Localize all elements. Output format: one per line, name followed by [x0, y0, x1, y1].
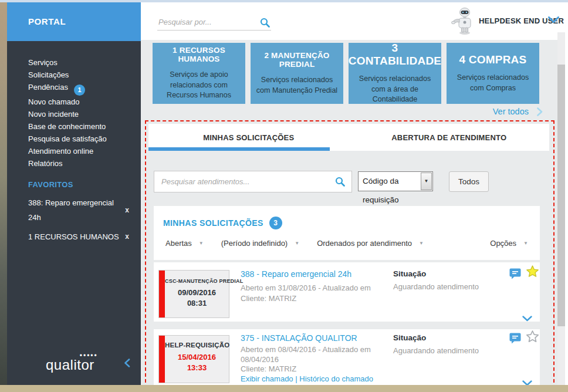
see-all-link[interactable]: Ver todos: [493, 107, 543, 116]
ticket-time: 08:31: [165, 299, 229, 307]
global-search-field: [157, 15, 271, 31]
sidebar-footer: qualitor: [7, 352, 141, 373]
favorite-label[interactable]: 1 RECURSOS HUMANOS: [28, 229, 119, 244]
global-search-input[interactable]: [157, 15, 253, 28]
ticket-history-link[interactable]: Histórico do chamado: [299, 374, 373, 383]
status-label: Situação: [393, 333, 426, 342]
todos-button[interactable]: Todos: [449, 171, 489, 192]
sidebar-item-solicitacoes[interactable]: Solicitações: [7, 69, 141, 81]
ticket-meta-client: Cliente: MATRIZ: [241, 293, 371, 304]
list-title: MINHAS SOLICITAÇÕES: [163, 218, 263, 228]
category-card-compras[interactable]: 4 COMPRAS Serviços relacionados com Comp…: [447, 43, 539, 104]
ticket-queue: HELP-REQUISIÇÃO: [165, 342, 229, 349]
sidebar: PORTAL Serviços Solicitações Pendências1…: [7, 2, 141, 385]
category-card-recursos-humanos[interactable]: 1 RECURSOS HUMANOS Serviços de apoio rel…: [153, 43, 245, 104]
sidebar-menu: Serviços Solicitações Pendências1 Novo c…: [7, 56, 141, 170]
comments-icon[interactable]: [509, 333, 521, 346]
category-title: 4 COMPRAS: [459, 53, 527, 66]
remove-favorite-icon[interactable]: x: [125, 203, 129, 218]
status-value: Aguardando atendimento: [393, 346, 479, 355]
solicitations-tab-bar: MINHAS SOLICITAÇÕES ABERTURA DE ATENDIME…: [148, 124, 549, 151]
filter-status[interactable]: Abertas: [165, 239, 192, 248]
chevron-down-icon[interactable]: ▼: [419, 241, 424, 246]
ticket-meta-updated: 08/04/2016: [241, 355, 373, 365]
sidebar-item-label: Pendências: [28, 83, 68, 92]
user-avatar-robot[interactable]: [451, 7, 475, 39]
sidebar-item-servicos[interactable]: Serviços: [7, 56, 141, 69]
sidebar-item-label: Atendimento online: [28, 147, 93, 156]
see-all-label: Ver todos: [493, 107, 529, 116]
search-icon[interactable]: [260, 18, 270, 30]
show-ticket-link[interactable]: Exibir chamado: [241, 374, 293, 383]
category-card-contabilidade[interactable]: 3 CONTABILIDADE Serviços relacionados co…: [349, 43, 441, 104]
attendance-filter-row: Código da requisição ▼ Todos: [154, 171, 540, 193]
sidebar-item-novo-incidente[interactable]: Novo incidente: [7, 108, 141, 120]
expand-ticket-chevron-icon[interactable]: [522, 313, 532, 324]
tab-abertura-de-atendimento[interactable]: ABERTURA DE ATENDIMENTO: [349, 124, 550, 151]
collapse-sidebar-icon[interactable]: [124, 359, 130, 370]
chevron-down-icon[interactable]: ▼: [523, 241, 528, 246]
browser-top-edge: [0, 0, 568, 2]
ticket-row-375: HELP-REQUISIÇÃO 15/04/2016 13:33 375 - I…: [154, 329, 540, 386]
tab-label: ABERTURA DE ATENDIMENTO: [391, 133, 506, 142]
category-description: Serviços relacionados com Manutenção Pre…: [253, 75, 340, 96]
sidebar-item-label: Base de conhecimento: [28, 122, 106, 131]
favorite-item-recursos-humanos[interactable]: 1 RECURSOS HUMANOS x: [7, 229, 141, 244]
ticket-meta-client: Cliente: MATRIZ: [241, 364, 373, 374]
filter-period[interactable]: (Período indefinido): [221, 239, 288, 248]
select-value: Código da requisição: [363, 177, 399, 204]
status-label: Situação: [393, 269, 426, 278]
top-bar: HELPDESK END USER: [141, 2, 568, 40]
category-title: 3 CONTABILIDADE: [349, 42, 441, 67]
sidebar-item-label: Serviços: [28, 58, 58, 67]
ticket-date-box: HELP-REQUISIÇÃO 15/04/2016 13:33: [158, 335, 229, 383]
ticket-date: 09/09/2016: [165, 288, 229, 297]
ticket-title-link[interactable]: 375 - INSTALAÇÃO QUALITOR: [241, 333, 357, 343]
priority-bar: [159, 336, 165, 383]
attendance-search-input[interactable]: [154, 171, 327, 192]
ticket-meta-opened: Aberto em 08/04/2016 - Atualizado em: [241, 345, 373, 355]
requisition-code-select[interactable]: Código da requisição ▼: [358, 171, 433, 191]
sidebar-item-relatorios[interactable]: Relatórios: [7, 157, 141, 170]
favorites-title: FAVORITOS: [7, 179, 141, 191]
category-title: 2 MANUTENÇÃO PREDIAL: [253, 51, 340, 69]
ticket-date-overdue: 15/04/2016: [165, 353, 229, 361]
tab-label: MINHAS SOLICITAÇÕES: [203, 133, 294, 142]
ticket-title-link[interactable]: 388 - Reparo emergencial 24h: [241, 269, 351, 279]
sidebar-header: PORTAL: [7, 2, 141, 41]
portal-screen: PORTAL Serviços Solicitações Pendências1…: [0, 0, 568, 392]
sidebar-item-label: Solicitações: [28, 70, 69, 79]
remove-favorite-icon[interactable]: x: [125, 229, 129, 244]
sidebar-item-label: Novo incidente: [28, 110, 79, 119]
attendance-search-field: [154, 171, 352, 192]
sidebar-item-atendimento-online[interactable]: Atendimento online: [7, 145, 141, 157]
sidebar-item-base-conhecimento[interactable]: Base de conhecimento: [7, 120, 141, 133]
favorite-star-icon-filled[interactable]: [525, 265, 540, 281]
chevron-down-icon[interactable]: ▼: [295, 241, 299, 246]
scrollbar-thumb[interactable]: [557, 65, 565, 326]
comments-icon[interactable]: [509, 268, 521, 282]
favorite-star-icon-outline[interactable]: [525, 330, 540, 346]
ticket-row-388: CSC-MANUTENÇÃO PREDIAL 09/09/2016 08:31 …: [154, 262, 540, 322]
ticket-queue: CSC-MANUTENÇÃO PREDIAL: [165, 278, 229, 284]
sidebar-item-pendencias[interactable]: Pendências1: [7, 81, 141, 96]
sidebar-item-pesquisa-satisfacao[interactable]: Pesquisa de satisfação: [7, 133, 141, 145]
filter-options[interactable]: Opções: [490, 239, 516, 248]
ticket-date-box: CSC-MANUTENÇÃO PREDIAL 09/09/2016 08:31: [158, 270, 229, 318]
category-description: Serviços relacionados com a área de Cont…: [351, 74, 438, 105]
chevron-down-icon[interactable]: ▼: [199, 241, 204, 246]
ticket-time-overdue: 13:33: [165, 363, 229, 372]
favorite-label[interactable]: 388: Reparo emergencial 24h: [28, 195, 125, 225]
favorite-item-388[interactable]: 388: Reparo emergencial 24h x: [7, 195, 141, 225]
list-count-badge: 3: [269, 217, 282, 229]
user-menu-chevron-icon[interactable]: [548, 15, 559, 26]
active-tab-indicator: [148, 147, 330, 151]
desktop-background-strip-bottom: [0, 385, 568, 392]
category-description: Serviços de apoio relacionados com Recur…: [155, 70, 242, 101]
search-icon[interactable]: [335, 177, 345, 189]
filter-order[interactable]: Ordenados por atendimento: [317, 239, 412, 248]
category-card-manutencao-predial[interactable]: 2 MANUTENÇÃO PREDIAL Serviços relacionad…: [251, 43, 343, 104]
priority-bar: [159, 271, 165, 317]
select-dropdown-icon[interactable]: ▼: [421, 173, 432, 190]
sidebar-item-novo-chamado[interactable]: Novo chamado: [7, 96, 141, 108]
